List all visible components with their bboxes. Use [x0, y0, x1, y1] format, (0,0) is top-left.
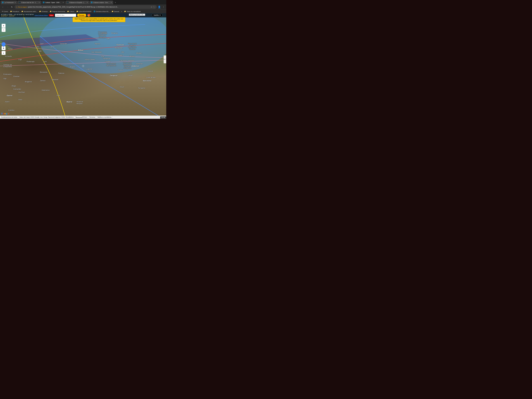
- terms-link[interactable]: Términos: [88, 116, 96, 119]
- address-bar[interactable]: ⚠ No es seguro xjubier.free.fr/en/site_p…: [14, 5, 157, 9]
- back-button[interactable]: ←: [1, 5, 5, 9]
- folder-icon-periodicos: 📁: [10, 11, 12, 12]
- bookmark-label-periodicos: Periodicos: [13, 11, 19, 12]
- map-side-controls: ⊕ ▲: [2, 46, 6, 55]
- bookmarks-bar: ✉ Correo 📁 Periodicos 📁 Asociaciones ast…: [0, 10, 166, 13]
- center-coords: 42.73165 -2.73530 — 42° 43' 53.93" N, 2°…: [1, 14, 33, 15]
- bookmark-tiempo[interactable]: 📁 El tiempo: [38, 10, 48, 13]
- folder-icon-tiempo: 📁: [39, 11, 41, 12]
- folder-icon-lisa: 📁: [76, 11, 78, 12]
- tab-eclipse-total[interactable]: 🌑 Eclipse total de Sol · 20... ✕: [17, 1, 41, 4]
- tab-favicon-3: 🌐: [43, 2, 44, 3]
- bookmark-todos[interactable]: 📁 Todos los marcadores: [123, 10, 142, 13]
- scale-line: [76, 117, 82, 118]
- security-warning-icon: ⚠: [16, 6, 17, 8]
- tab-eclipses-solares[interactable]: 🌐 Eclipses solares · Googl... ✕: [89, 1, 113, 4]
- right-panel-toggle[interactable]: DL: [164, 55, 166, 63]
- bookmark-general[interactable]: 📁 General: [111, 10, 120, 13]
- tab-label-4: Eclipses en España · [20...: [70, 2, 86, 3]
- folder-icon-todos: 📁: [124, 11, 126, 12]
- nav-bar: ← → ↻ ⚠ No es seguro xjubier.free.fr/en/…: [0, 5, 166, 10]
- map-status-bar: Combinaciones de teclas Datos del mapa ©…: [0, 116, 166, 119]
- scale-bar: 50 km: [75, 116, 88, 119]
- tab-label-1: La Federación: [5, 2, 14, 3]
- bookmark-asociaciones[interactable]: 📁 Asociaciones astro...: [21, 10, 38, 13]
- keyboard-shortcuts-link[interactable]: Combinaciones de teclas: [0, 116, 19, 119]
- tab-close-1[interactable]: ✕: [14, 2, 16, 3]
- tab-label-5: Eclipses solares · Googl...: [93, 2, 110, 3]
- gift-icon[interactable]: 🎁: [87, 14, 90, 17]
- tab-eclipses-espana[interactable]: 🌑 Eclipses en España · [20... ✕: [65, 1, 89, 4]
- bookmark-label-lisa: LISA-PATHFINDER: [79, 11, 91, 12]
- bookmark-correo[interactable]: ✉ Correo: [1, 10, 9, 13]
- folder-icon-asociaciones: 📁: [21, 11, 23, 12]
- search-box-input[interactable]: [55, 14, 76, 17]
- address-bar-actions: ☆ ⬛: [151, 6, 155, 8]
- tab-label-2: Eclipse total de Sol · 20...: [21, 2, 38, 3]
- bookmark-cultura[interactable]: 📁 Cultura: [66, 10, 75, 13]
- coords-display: 42.73165 -2.73530 — 42° 43' 53.93" N, 2°…: [1, 14, 33, 17]
- web-icon-aula: 🌐: [94, 11, 95, 12]
- new-tab-button[interactable]: +: [114, 1, 117, 4]
- bookmark-periodicos[interactable]: 📁 Periodicos: [9, 10, 20, 13]
- help-button[interactable]: Help: [49, 14, 54, 16]
- browser-chrome: 🌐 La Federación ✕ 🌑 Eclipse total de Sol…: [0, 0, 166, 13]
- bookmark-lisa[interactable]: 📁 LISA-PATHFINDER: [76, 10, 92, 13]
- tab-favicon-1: 🌐: [2, 2, 4, 3]
- map-zoom-controls: + −: [2, 24, 6, 32]
- zoom-in-button[interactable]: +: [2, 24, 6, 28]
- tab-bar: 🌐 La Federación ✕ 🌑 Eclipse total de Sol…: [0, 0, 166, 5]
- tab-iceland-spain[interactable]: 🌐 Iceland · Spain · 2026 A... ✕: [41, 1, 65, 4]
- tab-close-3[interactable]: ✕: [63, 2, 64, 3]
- cursor-coords: 43.057617°, -4.207467°: [1, 15, 33, 17]
- map-data-attribution: Datos del mapa ©2024 Google, Inst. Geogr…: [19, 116, 75, 119]
- tab-la-federacion[interactable]: 🌐 La Federación ✕: [0, 1, 17, 4]
- layers-button[interactable]: ▲: [2, 51, 6, 55]
- tab-close-4[interactable]: ✕: [87, 2, 88, 3]
- folder-icon-general: 📁: [112, 11, 114, 12]
- reload-button[interactable]: ↻: [10, 5, 14, 9]
- extension-icon[interactable]: ⬛: [153, 6, 155, 8]
- bookmark-label-aula: Entrada al Aula Virt...: [96, 11, 109, 12]
- bookmark-label-cultura: Cultura: [70, 11, 74, 12]
- tab-close-2[interactable]: ✕: [38, 2, 40, 3]
- report-problem-link[interactable]: Notificar un problema: [96, 116, 113, 119]
- tab-close-5[interactable]: ✕: [111, 2, 112, 3]
- map-container[interactable]: 42.73165 -2.73530 — 42° 43' 53.93" N, 2°…: [0, 13, 166, 119]
- donate-button[interactable]: Donate: [77, 14, 86, 17]
- forward-button[interactable]: →: [6, 5, 9, 9]
- folder-icon-cultura: 📁: [67, 11, 69, 12]
- bookmark-label-tiempo: El tiempo: [42, 11, 48, 12]
- scale-label: 50 km: [83, 116, 87, 118]
- tab-favicon-4: 🌑: [67, 2, 69, 3]
- bookmark-astronomia[interactable]: 📁 Paginas Astronomia: [49, 10, 66, 13]
- profile-button[interactable]: 👤: [158, 5, 161, 9]
- time-display: 10:46: [160, 116, 166, 119]
- zoom-out-button[interactable]: −: [2, 28, 6, 32]
- url-display: xjubier.free.fr/en/site_pages/solar_ecli…: [28, 6, 150, 8]
- bookmark-label-general: General: [114, 11, 119, 12]
- eclipse-overlay: [0, 13, 166, 119]
- xavier-credit: Made by Xavier M. Jub...: [129, 14, 145, 16]
- bookmark-aula[interactable]: 🌐 Entrada al Aula Virt...: [93, 10, 110, 13]
- copyright-bold: Don't forget it's: [75, 18, 85, 20]
- more-bookmarks-icon: »: [121, 11, 122, 12]
- bookmark-label-asociaciones: Asociaciones astro...: [24, 11, 37, 12]
- tab-favicon-2: 🌑: [19, 2, 21, 3]
- solar-eclipses-link[interactable]: Solar Eclipses Maps: [35, 14, 48, 16]
- tab-label-3: Iceland · Spain · 2026 A...: [45, 2, 62, 3]
- bookmark-label-correo: Correo: [4, 11, 8, 12]
- bookmark-star-icon[interactable]: ☆: [151, 6, 152, 8]
- satellite-view-button[interactable]: Satélite ▼: [152, 14, 162, 17]
- copyright-text: your responsibility to explicitly give c…: [81, 18, 123, 21]
- correo-icon: ✉: [2, 11, 3, 12]
- security-label: No es seguro: [18, 6, 27, 8]
- bookmark-more[interactable]: »: [120, 10, 123, 13]
- google-logo: Google: [1, 112, 9, 115]
- menu-button[interactable]: ⋮: [162, 5, 165, 9]
- bookmark-label-astronomia: Paginas Astronomia: [52, 11, 65, 12]
- bookmark-label-todos: Todos los marcadores: [127, 11, 141, 12]
- copyright-notice: Don't forget it's your responsibility to…: [73, 17, 125, 22]
- folder-icon-astronomia: 📁: [50, 11, 52, 12]
- tab-favicon-5: 🌐: [91, 2, 93, 3]
